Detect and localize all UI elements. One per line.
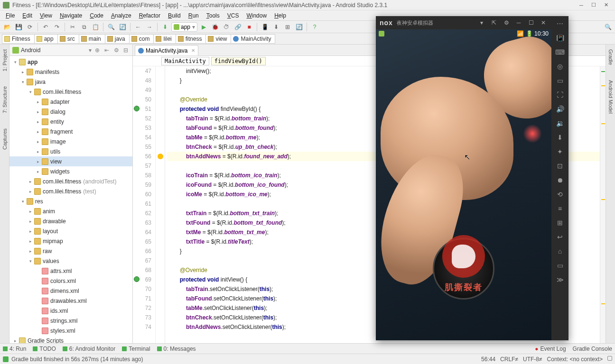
tree-item[interactable]: ▾values (9, 256, 132, 266)
emu-shot-icon[interactable]: ⊡ (555, 161, 565, 171)
tree-item[interactable]: ▸raw (9, 246, 132, 256)
settings-icon[interactable]: ⚙ (112, 47, 120, 54)
copy-icon[interactable]: ⧉ (79, 22, 89, 32)
bottom-tool-right[interactable]: ● Event Log (535, 346, 566, 352)
help-icon[interactable]: ? (309, 22, 320, 32)
menu-edit[interactable]: Edit (19, 12, 36, 19)
stop-icon[interactable]: ■ (244, 22, 254, 32)
emu-shake-icon[interactable]: 📳 (555, 33, 565, 43)
menu-window[interactable]: Window (242, 12, 270, 19)
make-icon[interactable]: ⬇ (160, 22, 170, 32)
tree-item[interactable]: ▸view (9, 156, 132, 166)
tree-item[interactable]: ▾res (9, 196, 132, 206)
tree-item[interactable]: ▸manifests (9, 67, 132, 77)
open-icon[interactable]: 📂 (2, 22, 12, 32)
emu-location-icon[interactable]: ◎ (555, 62, 565, 71)
run-icon[interactable]: ▶ (198, 22, 209, 32)
emu-script-icon[interactable]: ≡ (555, 204, 565, 213)
find-icon[interactable]: 🔍 (106, 22, 116, 32)
crumb-mainactivity[interactable]: MainActivity (231, 34, 275, 44)
back-icon[interactable]: ← (133, 22, 143, 32)
tree-item[interactable]: colors.xml (9, 276, 132, 286)
gutter-icons[interactable] (156, 66, 165, 343)
crumb-fitness[interactable]: Fitness (2, 34, 35, 44)
left-tab[interactable]: Captures (1, 126, 9, 153)
menu-code[interactable]: Code (86, 12, 107, 19)
breadcrumb-item[interactable]: MainActivity (161, 57, 209, 65)
menu-refactor[interactable]: Refactor (135, 12, 164, 19)
tree-item[interactable]: ▸entity (9, 117, 132, 127)
run-config-select[interactable]: app ▾ (171, 22, 197, 32)
close-button[interactable]: ✕ (600, 1, 612, 9)
emu-home-icon[interactable]: ⌂ (555, 246, 565, 256)
emu-minimize-icon[interactable]: ─ (514, 18, 523, 27)
emulator-screen[interactable]: 📶 🔋 10:30 肌撕裂者 ↖ (376, 29, 551, 340)
structure-icon[interactable]: ⊞ (282, 22, 293, 32)
tree-item[interactable]: ▸Gradle Scripts (9, 336, 132, 343)
menu-vcs[interactable]: VCS (224, 12, 243, 19)
breadcrumb-item[interactable]: findViewById() (211, 57, 266, 65)
tree-item[interactable]: ids.xml (9, 306, 132, 316)
sync-icon[interactable]: ⟳ (25, 22, 35, 32)
right-tab[interactable]: Gradle (607, 46, 615, 68)
emu-apk-icon[interactable]: ⬇ (555, 133, 565, 142)
left-tab[interactable]: 1: Project (1, 46, 9, 74)
status-item[interactable]: CRLF≠ (500, 356, 518, 363)
cut-icon[interactable]: ✂ (67, 22, 78, 32)
emu-rotate-icon[interactable]: ⟲ (555, 190, 565, 199)
forward-icon[interactable]: → (144, 22, 155, 32)
avd-icon[interactable]: 📱 (260, 22, 270, 32)
tree-item[interactable]: ▸layout (9, 226, 132, 236)
tree-item[interactable]: ▸widgets (9, 166, 132, 176)
tree-item[interactable]: styles.xml (9, 326, 132, 336)
emu-fullscreen-icon[interactable]: ⛶ (555, 90, 565, 100)
emulator-titlebar[interactable]: nox 夜神安卓模拟器 ▾ ⇱ ⚙ ─ ☐ ✕ (376, 16, 551, 29)
emu-close-icon[interactable]: ✕ (539, 18, 548, 27)
emu-more-icon[interactable]: ⋯ (555, 19, 565, 28)
crumb-app[interactable]: app (34, 34, 58, 44)
tree-item[interactable]: ▸mipmap (9, 236, 132, 246)
tree-item[interactable]: strings.xml (9, 316, 132, 326)
emu-multi-icon[interactable]: ✦ (555, 147, 565, 156)
menu-view[interactable]: View (36, 12, 56, 19)
lock-icon[interactable] (607, 356, 612, 361)
crumb-view[interactable]: view (205, 34, 231, 44)
tree-item[interactable]: ▸anim (9, 206, 132, 216)
redo-icon[interactable]: ↷ (52, 22, 62, 32)
emulator-window[interactable]: nox 夜神安卓模拟器 ▾ ⇱ ⚙ ─ ☐ ✕ 📶 🔋 10:30 (376, 16, 568, 340)
crumb-src[interactable]: src (57, 34, 79, 44)
sdk-icon[interactable]: ⬇ (271, 22, 281, 32)
menu-run[interactable]: Run (185, 12, 203, 19)
sync-gradle-icon[interactable]: 🔄 (294, 22, 304, 32)
tree-item[interactable]: ▾com.lilei.fitness (9, 87, 132, 97)
hide-icon[interactable]: ⊟ (122, 47, 130, 54)
tree-item[interactable]: ▸com.lilei.fitness(test) (9, 186, 132, 196)
left-tab[interactable]: 7: Structure (1, 83, 9, 116)
debug-icon[interactable]: 🐞 (210, 22, 220, 32)
scroll-from-source-icon[interactable]: ⊕ (93, 47, 101, 54)
menu-build[interactable]: Build (164, 12, 185, 19)
bottom-tool[interactable]: Terminal (122, 346, 150, 352)
emu-keyboard-icon[interactable]: ⌨ (555, 47, 565, 57)
emu-recent-icon[interactable]: ▭ (555, 261, 565, 270)
menu-help[interactable]: Help (270, 12, 290, 19)
crumb-java[interactable]: java (105, 34, 130, 44)
tree-item[interactable]: ▸com.lilei.fitness(androidTest) (9, 176, 132, 186)
emu-expand-icon[interactable]: ≫ (555, 275, 565, 284)
project-view-select[interactable]: Android (21, 47, 87, 54)
emu-voldown-icon[interactable]: 🔉 (555, 118, 565, 128)
error-stripe[interactable] (600, 66, 606, 343)
bottom-tool[interactable]: 6: Android Monitor (63, 346, 115, 352)
search-everywhere-icon[interactable]: 🔍 (603, 22, 613, 32)
crumb-com[interactable]: com (129, 34, 154, 44)
paste-icon[interactable]: 📋 (90, 22, 101, 32)
tree-item[interactable]: ▸dialog (9, 107, 132, 117)
emu-settings-icon[interactable]: ⚙ (502, 18, 511, 27)
tree-item[interactable]: ▾app (9, 57, 132, 67)
replace-icon[interactable]: 🔄 (117, 22, 128, 32)
bottom-tool[interactable]: TODO (33, 346, 56, 352)
bottom-tool[interactable]: 0: Messages (157, 346, 196, 352)
tree-item[interactable]: attrs.xml (9, 266, 132, 276)
bottom-tool-right[interactable]: Gradle Console (573, 346, 612, 352)
tree-item[interactable]: dimens.xml (9, 286, 132, 296)
